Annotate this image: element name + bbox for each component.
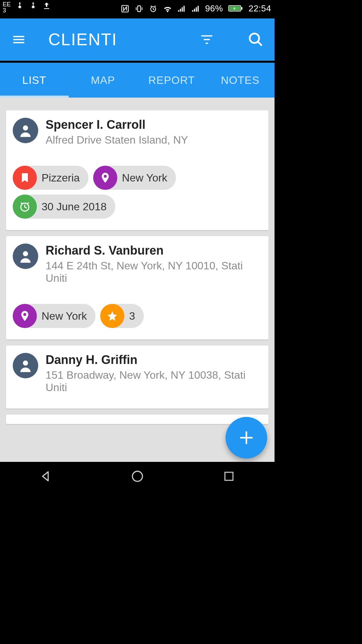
tab-list[interactable]: LIST: [0, 63, 69, 98]
status-left: EE 3: [3, 1, 51, 13]
card-header: Richard S. Vanburen 144 E 24th St, New Y…: [13, 244, 262, 284]
svg-point-9: [23, 251, 28, 256]
bookmark-icon: [13, 166, 37, 190]
svg-point-11: [132, 471, 142, 481]
system-nav-bar: [0, 462, 275, 488]
chip-label: New York: [42, 310, 87, 322]
client-card[interactable]: Spencer I. Carroll Alfred Drive Staten I…: [6, 110, 268, 230]
tab-bar: LIST MAP REPORT NOTES: [0, 63, 275, 98]
alarm-icon: [149, 4, 158, 13]
avatar: [13, 118, 38, 143]
avatar: [13, 353, 38, 378]
page-title: CLIENTI: [48, 30, 187, 49]
chip-date[interactable]: 30 June 2018: [13, 195, 115, 219]
card-text: Spencer I. Carroll Alfred Drive Staten I…: [46, 118, 188, 146]
client-card-partial[interactable]: [6, 415, 268, 424]
svg-rect-1: [138, 6, 141, 11]
card-header: Danny H. Griffin 151 Broadway, New York,…: [13, 353, 262, 394]
hamburger-button[interactable]: [9, 30, 28, 49]
chip-rating[interactable]: 3: [100, 304, 144, 328]
star-icon: [100, 304, 124, 328]
signal-icon: [191, 4, 200, 13]
battery-percent: 96%: [205, 3, 223, 14]
chip-row: Pizzeria New York 30 June 2018: [13, 166, 262, 219]
content-area[interactable]: Spencer I. Carroll Alfred Drive Staten I…: [0, 98, 275, 462]
tab-report[interactable]: REPORT: [137, 63, 206, 98]
home-button[interactable]: [127, 466, 147, 486]
client-card[interactable]: Richard S. Vanburen 144 E 24th St, New Y…: [6, 236, 268, 339]
chip-location[interactable]: New York: [13, 304, 96, 328]
chip-row: New York 3: [13, 304, 262, 328]
svg-point-6: [250, 34, 259, 43]
alarm-icon: [13, 195, 37, 219]
filter-button[interactable]: [197, 30, 216, 49]
avatar: [13, 244, 38, 269]
svg-rect-5: [241, 7, 243, 9]
client-name: Richard S. Vanburen: [46, 244, 262, 258]
chip-location[interactable]: New York: [93, 166, 176, 190]
carrier-top: EE: [3, 1, 11, 7]
client-address: 144 E 24th St, New York, NY 10010, Stati…: [46, 260, 262, 284]
wifi-icon: [163, 4, 172, 13]
client-address: Alfred Drive Staten Island, NY: [46, 134, 188, 146]
usb-icon: [29, 1, 38, 10]
search-button[interactable]: [246, 30, 265, 49]
recent-apps-button[interactable]: [219, 466, 239, 486]
pin-icon: [93, 166, 117, 190]
battery-icon: [228, 4, 243, 13]
back-button[interactable]: [36, 466, 56, 486]
clock: 22:54: [248, 3, 271, 14]
chip-label: 3: [129, 310, 135, 322]
status-bar: EE 3 96%: [0, 0, 275, 18]
client-name: Spencer I. Carroll: [46, 118, 188, 132]
signal-icon: [177, 4, 186, 13]
client-address: 151 Broadway, New York, NY 10038, Stati …: [46, 369, 262, 394]
carrier-label: EE 3: [3, 1, 11, 13]
chip-label: Pizzeria: [42, 172, 80, 184]
chip-label: New York: [122, 172, 167, 184]
svg-point-7: [23, 125, 28, 130]
nfc-icon: [121, 4, 129, 13]
svg-point-10: [23, 361, 28, 366]
tab-map[interactable]: MAP: [69, 63, 137, 98]
chip-label: 30 June 2018: [42, 201, 107, 213]
client-name: Danny H. Griffin: [46, 353, 262, 367]
card-text: Richard S. Vanburen 144 E 24th St, New Y…: [46, 244, 262, 284]
pin-icon: [13, 304, 37, 328]
carrier-bottom: 3: [3, 7, 11, 13]
svg-rect-12: [225, 472, 233, 480]
client-card[interactable]: Danny H. Griffin 151 Broadway, New York,…: [6, 345, 268, 409]
tab-notes[interactable]: NOTES: [206, 63, 275, 98]
card-text: Danny H. Griffin 151 Broadway, New York,…: [46, 353, 262, 394]
upload-icon: [42, 1, 51, 10]
chip-category[interactable]: Pizzeria: [13, 166, 88, 190]
app-bar: CLIENTI: [0, 18, 275, 61]
status-right: 96% 22:54: [121, 1, 271, 14]
card-header: Spencer I. Carroll Alfred Drive Staten I…: [13, 118, 262, 146]
usb-icon: [15, 1, 24, 10]
add-button[interactable]: [226, 417, 267, 459]
vibrate-icon: [135, 4, 143, 13]
